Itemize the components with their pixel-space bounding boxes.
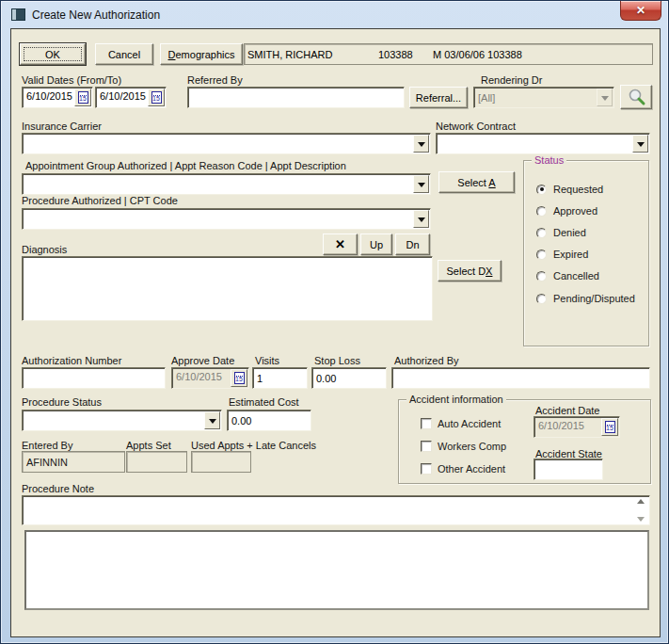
- referred-by-input[interactable]: [187, 87, 405, 108]
- status-radio-5[interactable]: [536, 294, 547, 304]
- approve-date-value: 6/10/2015: [176, 371, 222, 382]
- appts-set-field: [126, 451, 187, 473]
- status-option-cancelled[interactable]: Cancelled: [536, 269, 599, 282]
- authorization-number-input[interactable]: [22, 367, 166, 389]
- status-option-approved[interactable]: Approved: [536, 204, 597, 217]
- demographics-button[interactable]: Demographics: [160, 43, 243, 65]
- chevron-down-icon: [418, 142, 425, 147]
- stop-loss-label: Stop Loss: [314, 355, 360, 366]
- status-radio-0[interactable]: [536, 185, 547, 195]
- workers-comp-option[interactable]: Workers Comp: [421, 440, 506, 452]
- valid-to-date-field[interactable]: 6/10/2015 15: [95, 87, 167, 108]
- authorization-number-label: Authorization Number: [22, 355, 121, 366]
- status-option-requested[interactable]: Requested: [536, 183, 603, 196]
- visits-input[interactable]: [252, 367, 308, 389]
- visits-label: Visits: [255, 355, 279, 366]
- close-button[interactable]: ✕: [620, 1, 661, 21]
- rendering-dr-value: [All]: [478, 92, 495, 104]
- search-doctor-button[interactable]: [620, 85, 652, 109]
- diagnosis-remove-button[interactable]: ✕: [323, 233, 358, 255]
- procedure-authorized-dropdown-arrow[interactable]: [413, 210, 429, 228]
- app-icon: [11, 8, 25, 21]
- approve-date-field[interactable]: 6/10/2015 15: [171, 367, 249, 389]
- valid-dates-label: Valid Dates (From/To): [22, 74, 121, 86]
- valid-to-calendar-button[interactable]: 15: [148, 89, 165, 106]
- network-contract-dropdown-arrow[interactable]: [632, 135, 648, 153]
- diagnosis-dn-button[interactable]: Dn: [395, 233, 430, 255]
- select-dx-button-label: Select DX: [447, 266, 493, 277]
- status-radio-1[interactable]: [536, 206, 547, 217]
- rendering-dr-dropdown-arrow: [597, 89, 613, 106]
- select-dx-button[interactable]: Select DX: [438, 260, 502, 282]
- referral-button[interactable]: Referral...: [409, 87, 468, 108]
- valid-from-date-field[interactable]: 6/10/2015 15: [22, 87, 93, 108]
- magnifier-icon: [625, 88, 647, 106]
- appt-group-dropdown[interactable]: [22, 173, 431, 195]
- status-option-label: Expired: [553, 249, 588, 260]
- procedure-note-input[interactable]: [22, 495, 650, 525]
- patient-account-number: 103388: [378, 49, 433, 60]
- authorized-by-input[interactable]: [391, 367, 650, 389]
- select-a-button[interactable]: Select A: [438, 171, 515, 193]
- patient-info-bar: SMITH, RICHARD 103388 M 03/06/06 103388: [244, 43, 653, 65]
- chevron-down-icon: [601, 96, 609, 101]
- diagnosis-listbox[interactable]: [22, 256, 433, 321]
- procedure-status-dropdown-arrow[interactable]: [204, 411, 220, 429]
- authorization-detail-listbox[interactable]: [24, 530, 649, 610]
- network-contract-label: Network Contract: [436, 121, 516, 132]
- workers-comp-checkbox[interactable]: [421, 441, 432, 452]
- insurance-carrier-label: Insurance Carrier: [22, 121, 102, 132]
- procedure-status-dropdown[interactable]: [22, 410, 222, 431]
- diagnosis-dn-label: Dn: [406, 239, 419, 250]
- status-option-pending-disputed[interactable]: Pending/Disputed: [536, 292, 635, 305]
- status-radio-2[interactable]: [536, 228, 547, 238]
- status-option-expired[interactable]: Expired: [536, 248, 588, 261]
- estimated-cost-input[interactable]: [227, 410, 311, 431]
- calendar-icon: 15: [234, 372, 245, 384]
- procedure-note-scrollbar[interactable]: [635, 499, 646, 522]
- accident-date-calendar-button[interactable]: 15: [601, 418, 618, 436]
- valid-to-date-value: 6/10/2015: [100, 90, 146, 102]
- chevron-down-icon: [637, 142, 645, 147]
- patient-demographics: M 03/06/06 103388: [433, 49, 522, 60]
- scroll-up-icon[interactable]: [637, 499, 645, 504]
- ok-button[interactable]: OK: [20, 43, 86, 65]
- accident-date-label: Accident Date: [535, 405, 599, 416]
- network-contract-dropdown[interactable]: [436, 133, 650, 154]
- entered-by-label: Entered By: [22, 440, 72, 451]
- auto-accident-option[interactable]: Auto Accident: [421, 417, 501, 429]
- accident-date-field[interactable]: 6/10/2015 15: [534, 416, 620, 438]
- auto-accident-checkbox[interactable]: [421, 418, 432, 429]
- procedure-authorized-dropdown[interactable]: [22, 208, 431, 230]
- appts-set-label: Appts Set: [126, 440, 171, 451]
- diagnosis-label: Diagnosis: [22, 244, 67, 255]
- stop-loss-input[interactable]: [311, 367, 387, 389]
- status-option-label: Requested: [553, 184, 603, 195]
- valid-from-date-value: 6/10/2015: [26, 90, 72, 102]
- entered-by-field: AFINNIN: [22, 451, 125, 473]
- focus-rect: [24, 47, 82, 61]
- auto-accident-label: Auto Accident: [438, 418, 501, 429]
- insurance-carrier-dropdown-arrow[interactable]: [413, 135, 429, 153]
- cancel-button[interactable]: Cancel: [95, 43, 153, 65]
- accident-state-input[interactable]: [534, 459, 603, 480]
- other-accident-option[interactable]: Other Accident: [421, 462, 505, 475]
- status-option-label: Approved: [553, 205, 597, 217]
- other-accident-checkbox[interactable]: [421, 463, 432, 475]
- valid-from-calendar-button[interactable]: 15: [74, 89, 91, 106]
- scroll-down-icon[interactable]: [637, 517, 645, 522]
- status-radio-3[interactable]: [536, 250, 547, 260]
- insurance-carrier-dropdown[interactable]: [22, 133, 431, 154]
- status-option-denied[interactable]: Denied: [536, 226, 586, 239]
- calendar-icon: 15: [605, 421, 615, 433]
- chevron-down-icon: [418, 183, 425, 187]
- demographics-button-label: Demographics: [168, 49, 235, 60]
- appt-group-dropdown-arrow[interactable]: [413, 175, 429, 193]
- diagnosis-up-button[interactable]: Up: [360, 233, 392, 255]
- approve-date-calendar-button[interactable]: 15: [231, 369, 247, 387]
- entered-by-value: AFINNIN: [26, 457, 68, 468]
- status-option-label: Pending/Disputed: [553, 293, 635, 304]
- status-radio-4[interactable]: [536, 271, 547, 282]
- referral-button-label: Referral...: [416, 92, 461, 104]
- calendar-icon: 15: [151, 91, 162, 104]
